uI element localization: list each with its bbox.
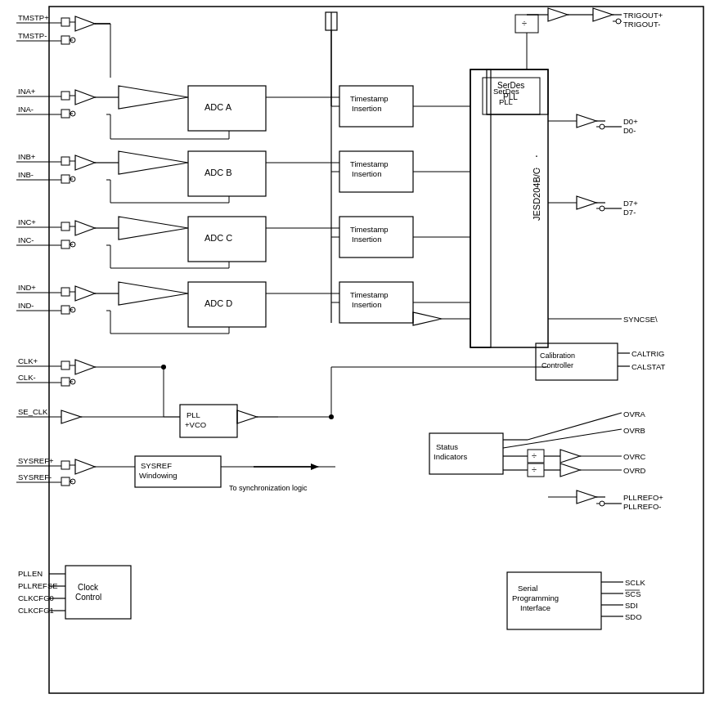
svg-text:PLLREFO-: PLLREFO- (623, 502, 661, 511)
svg-text:SCLK: SCLK (625, 578, 645, 587)
svg-text:÷: ÷ (532, 450, 537, 460)
svg-text:Control: Control (75, 593, 101, 602)
svg-text:Insertion: Insertion (352, 104, 381, 113)
svg-rect-52 (61, 222, 70, 231)
adc-a-label: ADC A (204, 102, 232, 112)
svg-text:SCS: SCS (625, 589, 641, 598)
svg-text:CALSTAT: CALSTAT (631, 362, 666, 371)
svg-rect-6 (61, 36, 70, 44)
svg-rect-71 (61, 306, 70, 314)
svg-rect-155 (61, 378, 70, 386)
svg-rect-5 (61, 18, 70, 26)
svg-text:+VCO: +VCO (185, 420, 206, 429)
svg-rect-110 (470, 69, 491, 347)
svg-text:·: · (535, 149, 538, 162)
svg-marker-147 (413, 312, 442, 325)
svg-marker-41 (119, 151, 188, 174)
svg-text:IND-: IND- (18, 301, 34, 310)
svg-rect-53 (61, 240, 70, 249)
svg-marker-23 (119, 86, 188, 109)
svg-rect-111 (491, 69, 495, 347)
calibration-label: Calibration (540, 352, 575, 360)
svg-text:INA+: INA+ (18, 87, 36, 96)
svg-text:·: · (535, 161, 538, 174)
svg-text:SDO: SDO (625, 612, 642, 621)
svg-text:INB+: INB+ (18, 152, 36, 161)
svg-text:IND+: IND+ (18, 283, 36, 292)
svg-text:Programming: Programming (512, 593, 559, 602)
svg-point-126 (616, 19, 621, 24)
svg-marker-157 (75, 360, 95, 374)
clock-control-label: Clock (78, 583, 99, 592)
timestamp2-label: Timestamp (350, 159, 389, 168)
svg-marker-139 (577, 196, 596, 209)
svg-text:Insertion: Insertion (352, 300, 381, 309)
svg-marker-59 (119, 217, 188, 240)
svg-text:D7-: D7- (623, 208, 636, 217)
svg-rect-17 (61, 110, 70, 118)
svg-text:TRIGOUT-: TRIGOUT- (623, 20, 660, 29)
svg-text:PLLREFO+: PLLREFO+ (623, 493, 663, 502)
svg-marker-37 (75, 155, 95, 170)
serial-prog-label: Serial (518, 584, 537, 593)
svg-marker-55 (75, 221, 95, 235)
svg-marker-184 (75, 459, 95, 474)
svg-line-204 (528, 413, 622, 440)
svg-marker-192 (311, 463, 319, 470)
svg-marker-131 (577, 114, 596, 128)
svg-text:D0+: D0+ (623, 117, 638, 126)
svg-rect-154 (61, 361, 70, 369)
svg-text:TRIGOUT+: TRIGOUT+ (623, 11, 663, 20)
adc-b-label: ADC B (204, 168, 232, 177)
svg-text:CLKCFG1: CLKCFG1 (18, 606, 54, 615)
svg-text:Interface: Interface (520, 603, 550, 612)
svg-rect-181 (61, 461, 70, 469)
svg-text:Insertion: Insertion (352, 235, 381, 244)
svg-text:To synchronization logic: To synchronization logic (229, 484, 308, 492)
svg-text:INA-: INA- (18, 105, 34, 114)
svg-text:OVRA: OVRA (623, 410, 646, 419)
svg-point-225 (600, 501, 604, 506)
adc-d-label: ADC D (204, 298, 232, 308)
svg-line-206 (503, 429, 622, 448)
svg-text:INC-: INC- (18, 235, 34, 244)
svg-marker-77 (119, 282, 188, 305)
timestamp3-label: Timestamp (350, 225, 389, 234)
svg-marker-73 (75, 286, 95, 301)
svg-marker-171 (237, 410, 257, 423)
svg-text:Windowing: Windowing (139, 471, 177, 480)
svg-text:SDI: SDI (625, 601, 638, 610)
svg-rect-16 (61, 92, 70, 100)
svg-rect-70 (61, 288, 70, 296)
svg-text:Insertion: Insertion (352, 169, 381, 178)
svg-marker-120 (548, 8, 568, 21)
adc-c-label: ADC C (204, 233, 232, 243)
svg-marker-19 (75, 90, 95, 105)
svg-rect-182 (61, 477, 70, 486)
svg-marker-218 (560, 463, 580, 477)
svg-text:CLKCFG0: CLKCFG0 (18, 593, 54, 602)
svg-marker-164 (61, 410, 81, 423)
svg-point-134 (600, 124, 604, 129)
svg-text:OVRD: OVRD (623, 466, 646, 475)
svg-rect-35 (61, 175, 70, 183)
svg-text:INC+: INC+ (18, 217, 36, 226)
svg-text:PLLEN: PLLEN (18, 569, 43, 578)
svg-text:Controller: Controller (542, 361, 573, 369)
diagram-container: TMSTP+ TMSTP- INA+ INA- ADC A INB+ INB- (0, 0, 728, 703)
timestamp1-label: Timestamp (350, 94, 389, 103)
svg-text:·: · (535, 173, 538, 186)
svg-text:÷: ÷ (522, 18, 527, 28)
svg-text:SYSREF+: SYSREF+ (18, 456, 54, 465)
svg-marker-222 (577, 490, 596, 504)
timestamp4-label: Timestamp (350, 290, 389, 299)
svg-text:OVRC: OVRC (623, 452, 646, 461)
svg-text:Indicators: Indicators (434, 452, 467, 461)
svg-text:PLL: PLL (499, 97, 513, 106)
sysref-windowing-label: SYSREF (141, 461, 172, 470)
svg-text:÷: ÷ (532, 464, 537, 474)
svg-text:OVRB: OVRB (623, 426, 645, 435)
svg-text:CLK+: CLK+ (18, 356, 38, 365)
svg-text:SYSREF-: SYSREF- (18, 472, 52, 481)
svg-marker-8 (75, 16, 95, 31)
